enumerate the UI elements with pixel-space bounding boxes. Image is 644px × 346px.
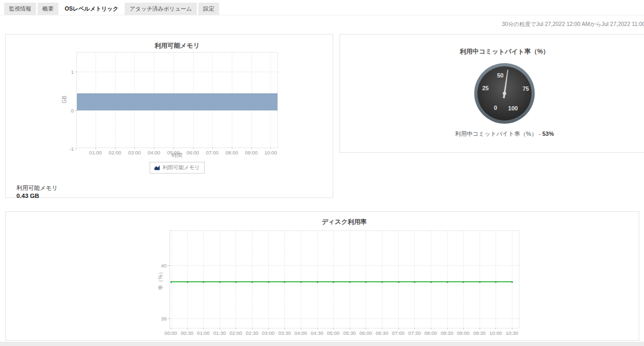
gridline-vertical (203, 231, 204, 328)
disk-data-point (495, 281, 497, 283)
gridline-vertical (495, 231, 496, 328)
gridline-vertical (252, 231, 253, 328)
committed-bytes-panel: 利用中コミットバイト率（%） 50 25 (340, 34, 644, 153)
gridline-vertical (268, 231, 269, 328)
y-tick-mark (168, 318, 170, 319)
tab-bar-underline (0, 15, 644, 15)
x-tick-mark (220, 328, 220, 330)
y-tick-mark (75, 110, 77, 111)
memory-summary-value: 0.43 GB (16, 193, 58, 199)
gauge-chart-title: 利用中コミットバイト率（%） (340, 47, 644, 56)
tab-settings[interactable]: 設定 (198, 3, 219, 15)
disk-data-point (251, 281, 253, 283)
x-tick-mark (252, 328, 253, 330)
x-tick-mark (95, 148, 96, 149)
disk-data-point (414, 281, 415, 283)
x-tick-mark (447, 328, 448, 330)
gauge-tick-0: 0 (494, 105, 497, 111)
y-tick-label: -1 (60, 146, 74, 152)
x-tick-mark (317, 328, 318, 330)
gridline-vertical (317, 231, 318, 328)
memory-chart-plot[interactable]: 10-101:0002:0003:0004:0005:0006:0007:000… (76, 52, 278, 148)
x-tick-mark (173, 148, 174, 149)
tab-overview[interactable]: 概要 (38, 3, 58, 15)
gauge: 50 25 75 0 100 (474, 63, 535, 124)
memory-legend-item[interactable]: 利用可能メモリ (150, 162, 205, 174)
gridline-vertical (382, 231, 382, 328)
x-tick-mark (134, 148, 135, 149)
gridline-horizontal (77, 72, 277, 72)
gridline-horizontal (77, 110, 277, 111)
x-tick-mark (495, 328, 496, 330)
gauge-hub (503, 92, 506, 95)
gridline-vertical (512, 231, 512, 328)
tab-bar: 監視情報 概要 OSレベルメトリック アタッチ済みボリューム 設定 (4, 3, 219, 15)
x-tick-mark (268, 328, 269, 330)
y-tick-label: 0 (60, 108, 74, 114)
gridline-vertical (333, 231, 334, 328)
x-tick-mark (193, 148, 194, 149)
disk-data-point (398, 281, 399, 283)
y-tick-mark (168, 265, 170, 266)
x-tick-mark (512, 328, 512, 330)
memory-area-series (77, 93, 277, 110)
gridline-vertical (236, 231, 236, 328)
gridline-vertical (301, 231, 301, 328)
x-tick-mark (212, 148, 213, 149)
gauge-caption: 利用中コミットバイト率（%） - 53% (340, 130, 644, 138)
x-tick-mark (398, 328, 399, 330)
disk-data-point (430, 281, 432, 283)
gridline-vertical (220, 231, 220, 328)
gauge-tick-75: 75 (523, 85, 529, 92)
gridline-horizontal (170, 318, 519, 319)
horizontal-scrollbar-track[interactable] (0, 342, 644, 346)
disk-utilization-panel: ディスク利用率 403900:0000:3001:0001:3002:0002:… (5, 211, 639, 341)
x-tick-mark (203, 328, 204, 330)
disk-line-series (171, 281, 512, 282)
y-tick-label: 39 (153, 316, 167, 322)
x-tick-mark (271, 148, 271, 149)
memory-chart-title: 利用可能メモリ (76, 41, 278, 50)
x-tick-mark (284, 328, 285, 330)
x-tick-mark (480, 328, 480, 330)
gridline-vertical (480, 231, 480, 328)
memory-summary-label: 利用可能メモリ (16, 184, 58, 192)
x-tick-mark (431, 328, 431, 330)
x-tick-mark (365, 328, 366, 330)
disk-data-point (479, 281, 481, 283)
gridline-vertical (463, 231, 464, 328)
tab-os-level-metrics[interactable]: OSレベルメトリック (60, 3, 123, 15)
gridline-vertical (365, 231, 366, 328)
gauge-tick-25: 25 (482, 85, 489, 91)
tab-attached-volumes[interactable]: アタッチ済みボリューム (125, 3, 197, 15)
disk-data-point (333, 281, 334, 283)
x-tick-mark (301, 328, 301, 330)
disk-data-point (300, 281, 302, 283)
gauge-caption-value: 53% (542, 131, 554, 137)
gridline-horizontal (170, 265, 519, 266)
disk-data-point (187, 281, 188, 283)
performance-period-note: 30分の粒度でJul 27,2022 12:00 AMからJul 27,2022… (502, 21, 644, 28)
x-tick-mark (187, 328, 188, 330)
gauge-caption-label: 利用中コミットバイト率（%） - (455, 131, 541, 137)
gridline-vertical (447, 231, 448, 328)
memory-summary: 利用可能メモリ 0.43 GB (16, 184, 58, 199)
memory-x-axis-label: 時間 (76, 152, 278, 159)
gauge-svg: 50 25 75 0 100 (474, 63, 535, 124)
disk-data-point (463, 281, 464, 283)
x-tick-mark (251, 148, 252, 149)
x-tick-mark (463, 328, 464, 330)
x-tick-mark (350, 328, 350, 330)
disk-data-point (349, 281, 351, 283)
disk-chart-plot[interactable]: 403900:0000:3001:0001:3002:0002:3003:000… (169, 230, 519, 328)
gridline-vertical (171, 231, 171, 328)
tab-monitoring-info[interactable]: 監視情報 (4, 3, 36, 15)
disk-data-point (447, 281, 448, 283)
y-tick-mark (75, 149, 77, 149)
x-tick-label: 10:30 (502, 330, 521, 336)
disk-data-point (268, 281, 269, 283)
x-tick-mark (232, 148, 232, 149)
x-tick-mark (414, 328, 415, 330)
x-tick-mark (154, 148, 154, 149)
gridline-vertical (398, 231, 399, 328)
